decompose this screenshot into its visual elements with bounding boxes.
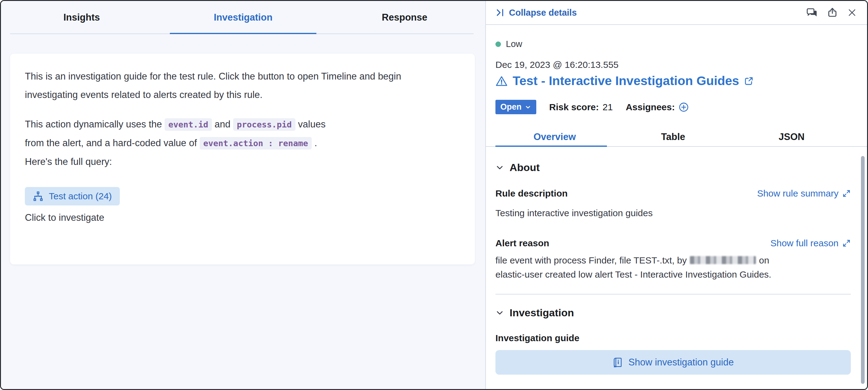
investigation-guide-card: This is an investigation guide for the t… bbox=[10, 54, 475, 264]
tab-insights[interactable]: Insights bbox=[1, 1, 162, 34]
warning-triangle-icon bbox=[495, 75, 508, 87]
risk-score-label: Risk score: bbox=[549, 102, 599, 112]
reason-text-part: on bbox=[759, 255, 769, 265]
expand-icon bbox=[842, 189, 851, 198]
investigation-heading: Investigation bbox=[509, 307, 574, 319]
rule-description-value: Testing interactive investigation guides bbox=[495, 208, 851, 218]
share-icon[interactable] bbox=[827, 7, 838, 18]
comments-icon[interactable] bbox=[806, 7, 817, 18]
tab-table[interactable]: Table bbox=[614, 128, 733, 146]
details-header: Collapse details bbox=[486, 1, 867, 25]
show-full-reason-label: Show full reason bbox=[770, 238, 838, 249]
guide-paragraph-2: This action dynamically uses the event.i… bbox=[25, 115, 421, 171]
show-full-reason-link[interactable]: Show full reason bbox=[770, 238, 851, 249]
about-heading: About bbox=[509, 162, 540, 173]
chevron-down-icon bbox=[495, 308, 504, 317]
investigation-guide-label: Investigation guide bbox=[495, 333, 851, 343]
rule-guide-panel: Insights Investigation Response This is … bbox=[1, 1, 485, 389]
tab-response[interactable]: Response bbox=[324, 1, 485, 34]
test-action-button[interactable]: Test action (24) bbox=[25, 187, 120, 205]
external-link-icon[interactable] bbox=[744, 76, 754, 86]
rule-description-label: Rule description bbox=[495, 188, 568, 199]
alert-timestamp: Dec 19, 2023 @ 16:20:13.555 bbox=[495, 60, 851, 70]
tab-overview[interactable]: Overview bbox=[495, 128, 614, 146]
test-action-label: Test action (24) bbox=[49, 191, 112, 201]
section-divider bbox=[495, 294, 851, 294]
redacted-username bbox=[690, 256, 756, 264]
collapse-panel-icon bbox=[495, 8, 505, 17]
chevron-down-icon bbox=[525, 104, 531, 110]
show-investigation-guide-label: Show investigation guide bbox=[628, 357, 734, 368]
about-section: About Rule description Show rule summary bbox=[495, 162, 851, 294]
left-tabbar: Insights Investigation Response bbox=[1, 1, 485, 34]
severity-row: Low bbox=[495, 39, 851, 49]
alert-flyout-window: Insights Investigation Response This is … bbox=[0, 0, 868, 390]
click-to-investigate-caption: Click to investigate bbox=[25, 212, 460, 223]
alert-title: Test - Interactive Investigation Guides bbox=[513, 74, 739, 88]
details-tabbar: Overview Table JSON bbox=[486, 128, 867, 147]
status-badge[interactable]: Open bbox=[495, 100, 536, 114]
expand-icon bbox=[842, 239, 851, 248]
alert-reason-label: Alert reason bbox=[495, 238, 549, 249]
alert-reason-text: file event with process Finder, file TES… bbox=[495, 253, 851, 282]
guide-text: from the alert, and a hard-coded value o… bbox=[25, 137, 199, 148]
show-rule-summary-link[interactable]: Show rule summary bbox=[757, 188, 851, 199]
inline-code-process-pid: process.pid bbox=[233, 118, 296, 131]
guide-text: Here's the full query: bbox=[25, 156, 112, 167]
guide-text: values bbox=[296, 119, 326, 130]
scrollbar-thumb[interactable] bbox=[861, 156, 865, 384]
about-accordion-toggle[interactable]: About bbox=[495, 162, 851, 173]
guide-text: This action dynamically uses the bbox=[25, 119, 165, 130]
show-rule-summary-label: Show rule summary bbox=[757, 188, 838, 199]
documentation-icon bbox=[613, 357, 623, 367]
risk-score-value: 21 bbox=[602, 102, 613, 112]
close-icon[interactable] bbox=[847, 8, 857, 17]
guide-paragraph-1: This is an investigation guide for the t… bbox=[25, 67, 421, 104]
reason-text-part: elastic-user created low alert Test - In… bbox=[495, 269, 771, 280]
tab-investigation[interactable]: Investigation bbox=[162, 1, 324, 34]
collapse-details-label: Collapse details bbox=[509, 8, 577, 18]
add-assignee-icon[interactable] bbox=[679, 102, 689, 112]
severity-label: Low bbox=[506, 39, 522, 49]
active-tab-underline bbox=[495, 145, 607, 147]
status-label: Open bbox=[500, 102, 522, 112]
tab-json[interactable]: JSON bbox=[732, 128, 851, 146]
risk-score: Risk score: 21 bbox=[549, 102, 613, 112]
inline-code-event-action: event.action : rename bbox=[199, 137, 312, 150]
status-row: Open Risk score: 21 Assignees: bbox=[495, 100, 851, 114]
assignees: Assignees: bbox=[626, 102, 689, 112]
alert-details-panel: Collapse details bbox=[485, 1, 867, 389]
guide-text: and bbox=[212, 119, 233, 130]
investigation-accordion-toggle[interactable]: Investigation bbox=[495, 307, 851, 319]
reason-text-part: file event with process Finder, file TES… bbox=[495, 255, 687, 265]
alert-title-row: Test - Interactive Investigation Guides bbox=[495, 74, 851, 88]
assignees-label: Assignees: bbox=[626, 102, 675, 112]
chevron-down-icon bbox=[495, 163, 504, 172]
timeline-icon bbox=[33, 191, 43, 201]
show-investigation-guide-button[interactable]: Show investigation guide bbox=[495, 350, 851, 375]
inline-code-event-id: event.id bbox=[165, 118, 212, 131]
severity-dot-icon bbox=[495, 41, 501, 47]
investigation-section: Investigation Investigation guide Show bbox=[495, 307, 851, 375]
collapse-details-button[interactable]: Collapse details bbox=[495, 8, 577, 18]
guide-text: . bbox=[312, 137, 317, 148]
